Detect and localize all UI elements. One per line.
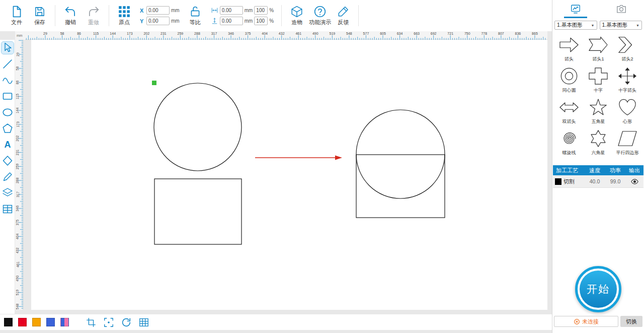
svg-text:259: 259 [178,32,184,35]
switch-device-button[interactable]: 切换 [620,316,642,327]
tool-rectangle[interactable] [2,90,14,102]
tool-line[interactable] [2,58,14,70]
tool-ellipse[interactable] [2,106,14,118]
svg-text:807: 807 [498,32,504,35]
save-icon [33,5,46,18]
shape-category-select[interactable]: 1.基本图形 ▼ [554,21,597,30]
disconnected-icon [574,318,580,325]
shape-arrow2[interactable]: 箭头2 [613,33,642,63]
shape-arrow1[interactable]: 箭头1 [584,33,613,63]
svg-text:231: 231 [160,32,167,35]
question-icon [313,5,327,18]
shape-star6[interactable]: 六角星 [584,127,613,157]
width-input[interactable] [220,6,243,15]
tool-select[interactable] [2,42,14,54]
shape-parallelogram[interactable]: 平行四边形 [613,127,642,157]
canvas[interactable] [31,40,547,310]
svg-text:865: 865 [532,32,538,35]
shape-label: 箭头 [565,56,574,62]
canvas-area[interactable] [31,40,547,310]
tab-design[interactable] [552,0,598,18]
col-speed: 速度 [584,167,605,174]
color-swatch-orange[interactable] [32,318,41,326]
svg-text:836: 836 [515,32,521,35]
tool-layers[interactable] [2,187,14,199]
demo-button[interactable]: 功能演示 [308,2,332,30]
process-table-header: 加工工艺 速度 功率 输出 [553,165,643,175]
svg-text:519: 519 [16,290,20,296]
shape-arrow[interactable]: 箭头 [554,33,584,63]
svg-text:404: 404 [262,32,268,35]
proportional-lock-button[interactable]: 等比 [184,2,207,30]
color-swatches [4,318,69,326]
x-input[interactable] [146,6,170,15]
origin-label: 原点 [119,19,130,26]
sync-icon[interactable] [121,317,132,328]
save-button[interactable]: 保存 [28,2,51,30]
svg-text:58: 58 [16,66,20,71]
color-swatch-blue-pink[interactable] [60,318,69,326]
svg-text:144: 144 [110,32,116,35]
width-pct: % [269,8,274,13]
svg-text:317: 317 [211,32,217,35]
height-input[interactable] [220,17,243,25]
svg-text:490: 490 [16,276,20,282]
grid-icon[interactable] [138,317,149,328]
create-button[interactable]: 造物 [285,2,308,30]
shape-spiral[interactable]: 螺旋线 [554,127,584,157]
connection-status[interactable]: 未连接 [554,316,618,327]
shape-concentric[interactable]: 同心圆 [554,64,584,95]
shape-star5[interactable]: 五角星 [584,96,613,126]
height-pct: % [269,18,274,24]
origin-button[interactable]: 原点 [113,2,136,30]
undo-button[interactable]: 撤销 [59,2,82,30]
process-row-cut[interactable]: 切割 40.0 99.0 [553,175,643,188]
node-handle[interactable] [152,81,156,85]
tool-array[interactable] [2,203,14,215]
process-power: 99.0 [605,178,625,184]
shape-crossarrow[interactable]: 十字箭头 [613,64,642,95]
shape-cross[interactable]: 十字 [584,64,613,95]
height-scale-input[interactable] [254,17,268,25]
y-input[interactable] [146,17,170,25]
shape-heart[interactable]: 心形 [613,96,642,126]
proportional-label: 等比 [190,19,201,26]
position-inputs: X mm Y mm [140,6,180,25]
color-swatch-black[interactable] [4,318,13,326]
tool-text[interactable]: A [2,139,14,151]
width-row: mm % [211,6,274,15]
color-swatch-blue[interactable] [46,318,55,326]
layer-color-swatch [555,178,561,185]
result-circle[interactable] [356,110,445,198]
connection-row: 未连接 切换 [554,316,642,327]
shape-label: 双箭头 [562,118,576,125]
preview-icon[interactable] [103,317,114,328]
circle-shape[interactable] [154,83,242,171]
color-swatch-red[interactable] [18,318,27,326]
rectangle-shape[interactable] [154,179,242,244]
feedback-button[interactable]: 反馈 [332,2,355,30]
tool-pen[interactable] [2,171,14,183]
output-toggle[interactable] [625,177,643,186]
svg-text:202: 202 [16,136,20,142]
toolbar-separator [109,5,109,26]
x-row: X mm [140,6,180,15]
redo-button[interactable]: 重做 [82,2,105,30]
tool-diamond[interactable] [2,155,14,167]
col-process: 加工工艺 [553,167,584,174]
tool-polygon[interactable] [2,122,14,135]
shape-subcategory-select[interactable]: 1.基本图形 ▼ [600,21,642,30]
y-label: Y [140,18,145,24]
process-table: 加工工艺 速度 功率 输出 切割 40.0 99.0 [553,165,643,188]
tab-camera[interactable] [598,0,644,18]
shape-gallery: 箭头箭头1箭头2同心圆十字十字箭头双箭头五角星心形螺旋线六角星平行四边形 [552,33,644,157]
start-button[interactable]: 开始 [575,266,621,312]
file-button[interactable]: 文件 [5,2,28,30]
tool-curve[interactable] [2,74,14,86]
start-button-ring: 开始 [575,266,621,312]
shape-label: 六角星 [592,150,605,156]
crop-icon[interactable] [86,317,97,328]
width-scale-input[interactable] [254,6,268,15]
process-name-cell: 切割 [553,178,584,185]
shape-doublearrow[interactable]: 双箭头 [554,96,584,126]
